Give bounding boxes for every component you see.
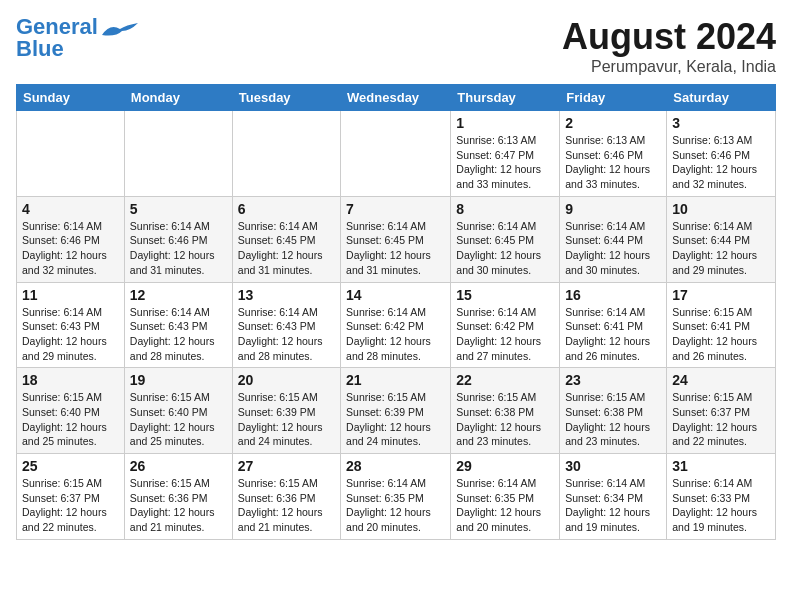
calendar-cell: 21Sunrise: 6:15 AM Sunset: 6:39 PM Dayli… bbox=[341, 368, 451, 454]
calendar-cell bbox=[232, 111, 340, 197]
calendar-table: SundayMondayTuesdayWednesdayThursdayFrid… bbox=[16, 84, 776, 540]
calendar-cell: 4Sunrise: 6:14 AM Sunset: 6:46 PM Daylig… bbox=[17, 196, 125, 282]
calendar-cell: 30Sunrise: 6:14 AM Sunset: 6:34 PM Dayli… bbox=[560, 454, 667, 540]
day-detail: Sunrise: 6:14 AM Sunset: 6:46 PM Dayligh… bbox=[130, 219, 227, 278]
day-detail: Sunrise: 6:15 AM Sunset: 6:39 PM Dayligh… bbox=[346, 390, 445, 449]
day-number: 28 bbox=[346, 458, 445, 474]
day-detail: Sunrise: 6:15 AM Sunset: 6:37 PM Dayligh… bbox=[22, 476, 119, 535]
calendar-week-row: 11Sunrise: 6:14 AM Sunset: 6:43 PM Dayli… bbox=[17, 282, 776, 368]
calendar-cell: 17Sunrise: 6:15 AM Sunset: 6:41 PM Dayli… bbox=[667, 282, 776, 368]
calendar-cell: 14Sunrise: 6:14 AM Sunset: 6:42 PM Dayli… bbox=[341, 282, 451, 368]
day-number: 3 bbox=[672, 115, 770, 131]
day-number: 24 bbox=[672, 372, 770, 388]
day-detail: Sunrise: 6:14 AM Sunset: 6:45 PM Dayligh… bbox=[346, 219, 445, 278]
day-detail: Sunrise: 6:14 AM Sunset: 6:45 PM Dayligh… bbox=[238, 219, 335, 278]
calendar-cell: 24Sunrise: 6:15 AM Sunset: 6:37 PM Dayli… bbox=[667, 368, 776, 454]
calendar-week-row: 25Sunrise: 6:15 AM Sunset: 6:37 PM Dayli… bbox=[17, 454, 776, 540]
day-detail: Sunrise: 6:14 AM Sunset: 6:42 PM Dayligh… bbox=[346, 305, 445, 364]
calendar-week-row: 4Sunrise: 6:14 AM Sunset: 6:46 PM Daylig… bbox=[17, 196, 776, 282]
calendar-cell: 2Sunrise: 6:13 AM Sunset: 6:46 PM Daylig… bbox=[560, 111, 667, 197]
day-number: 30 bbox=[565, 458, 661, 474]
day-number: 21 bbox=[346, 372, 445, 388]
calendar-cell bbox=[341, 111, 451, 197]
day-number: 29 bbox=[456, 458, 554, 474]
calendar-week-row: 1Sunrise: 6:13 AM Sunset: 6:47 PM Daylig… bbox=[17, 111, 776, 197]
day-number: 10 bbox=[672, 201, 770, 217]
day-number: 25 bbox=[22, 458, 119, 474]
calendar-cell: 18Sunrise: 6:15 AM Sunset: 6:40 PM Dayli… bbox=[17, 368, 125, 454]
day-number: 31 bbox=[672, 458, 770, 474]
day-detail: Sunrise: 6:15 AM Sunset: 6:38 PM Dayligh… bbox=[565, 390, 661, 449]
subtitle: Perumpavur, Kerala, India bbox=[562, 58, 776, 76]
day-number: 20 bbox=[238, 372, 335, 388]
calendar-cell: 5Sunrise: 6:14 AM Sunset: 6:46 PM Daylig… bbox=[124, 196, 232, 282]
day-detail: Sunrise: 6:15 AM Sunset: 6:40 PM Dayligh… bbox=[22, 390, 119, 449]
logo-bird-icon bbox=[102, 23, 138, 43]
day-detail: Sunrise: 6:15 AM Sunset: 6:36 PM Dayligh… bbox=[130, 476, 227, 535]
calendar-cell: 23Sunrise: 6:15 AM Sunset: 6:38 PM Dayli… bbox=[560, 368, 667, 454]
day-detail: Sunrise: 6:14 AM Sunset: 6:45 PM Dayligh… bbox=[456, 219, 554, 278]
calendar-cell: 1Sunrise: 6:13 AM Sunset: 6:47 PM Daylig… bbox=[451, 111, 560, 197]
day-detail: Sunrise: 6:15 AM Sunset: 6:37 PM Dayligh… bbox=[672, 390, 770, 449]
calendar-cell: 9Sunrise: 6:14 AM Sunset: 6:44 PM Daylig… bbox=[560, 196, 667, 282]
day-detail: Sunrise: 6:15 AM Sunset: 6:38 PM Dayligh… bbox=[456, 390, 554, 449]
day-number: 8 bbox=[456, 201, 554, 217]
calendar-cell: 19Sunrise: 6:15 AM Sunset: 6:40 PM Dayli… bbox=[124, 368, 232, 454]
calendar-cell: 11Sunrise: 6:14 AM Sunset: 6:43 PM Dayli… bbox=[17, 282, 125, 368]
calendar-cell bbox=[17, 111, 125, 197]
logo: GeneralBlue bbox=[16, 16, 138, 60]
day-number: 13 bbox=[238, 287, 335, 303]
day-detail: Sunrise: 6:13 AM Sunset: 6:47 PM Dayligh… bbox=[456, 133, 554, 192]
day-detail: Sunrise: 6:15 AM Sunset: 6:40 PM Dayligh… bbox=[130, 390, 227, 449]
day-detail: Sunrise: 6:13 AM Sunset: 6:46 PM Dayligh… bbox=[672, 133, 770, 192]
day-detail: Sunrise: 6:15 AM Sunset: 6:36 PM Dayligh… bbox=[238, 476, 335, 535]
calendar-day-header: Wednesday bbox=[341, 85, 451, 111]
calendar-day-header: Thursday bbox=[451, 85, 560, 111]
day-detail: Sunrise: 6:14 AM Sunset: 6:44 PM Dayligh… bbox=[565, 219, 661, 278]
day-number: 27 bbox=[238, 458, 335, 474]
title-area: August 2024 Perumpavur, Kerala, India bbox=[562, 16, 776, 76]
calendar-cell: 12Sunrise: 6:14 AM Sunset: 6:43 PM Dayli… bbox=[124, 282, 232, 368]
calendar-cell: 15Sunrise: 6:14 AM Sunset: 6:42 PM Dayli… bbox=[451, 282, 560, 368]
day-number: 11 bbox=[22, 287, 119, 303]
day-number: 16 bbox=[565, 287, 661, 303]
calendar-cell: 20Sunrise: 6:15 AM Sunset: 6:39 PM Dayli… bbox=[232, 368, 340, 454]
day-number: 19 bbox=[130, 372, 227, 388]
calendar-body: 1Sunrise: 6:13 AM Sunset: 6:47 PM Daylig… bbox=[17, 111, 776, 540]
calendar-cell: 10Sunrise: 6:14 AM Sunset: 6:44 PM Dayli… bbox=[667, 196, 776, 282]
day-number: 2 bbox=[565, 115, 661, 131]
day-number: 15 bbox=[456, 287, 554, 303]
calendar-cell bbox=[124, 111, 232, 197]
day-number: 12 bbox=[130, 287, 227, 303]
day-detail: Sunrise: 6:14 AM Sunset: 6:33 PM Dayligh… bbox=[672, 476, 770, 535]
day-number: 1 bbox=[456, 115, 554, 131]
page-header: GeneralBlue August 2024 Perumpavur, Kera… bbox=[16, 16, 776, 76]
day-number: 22 bbox=[456, 372, 554, 388]
day-number: 17 bbox=[672, 287, 770, 303]
calendar-cell: 31Sunrise: 6:14 AM Sunset: 6:33 PM Dayli… bbox=[667, 454, 776, 540]
calendar-cell: 3Sunrise: 6:13 AM Sunset: 6:46 PM Daylig… bbox=[667, 111, 776, 197]
day-number: 4 bbox=[22, 201, 119, 217]
calendar-week-row: 18Sunrise: 6:15 AM Sunset: 6:40 PM Dayli… bbox=[17, 368, 776, 454]
calendar-cell: 25Sunrise: 6:15 AM Sunset: 6:37 PM Dayli… bbox=[17, 454, 125, 540]
day-detail: Sunrise: 6:14 AM Sunset: 6:43 PM Dayligh… bbox=[238, 305, 335, 364]
day-detail: Sunrise: 6:14 AM Sunset: 6:41 PM Dayligh… bbox=[565, 305, 661, 364]
calendar-day-header: Tuesday bbox=[232, 85, 340, 111]
logo-text: GeneralBlue bbox=[16, 16, 98, 60]
day-number: 14 bbox=[346, 287, 445, 303]
day-detail: Sunrise: 6:14 AM Sunset: 6:44 PM Dayligh… bbox=[672, 219, 770, 278]
calendar-cell: 6Sunrise: 6:14 AM Sunset: 6:45 PM Daylig… bbox=[232, 196, 340, 282]
day-detail: Sunrise: 6:14 AM Sunset: 6:43 PM Dayligh… bbox=[130, 305, 227, 364]
calendar-cell: 27Sunrise: 6:15 AM Sunset: 6:36 PM Dayli… bbox=[232, 454, 340, 540]
calendar-cell: 29Sunrise: 6:14 AM Sunset: 6:35 PM Dayli… bbox=[451, 454, 560, 540]
day-detail: Sunrise: 6:14 AM Sunset: 6:35 PM Dayligh… bbox=[456, 476, 554, 535]
calendar-cell: 22Sunrise: 6:15 AM Sunset: 6:38 PM Dayli… bbox=[451, 368, 560, 454]
day-number: 18 bbox=[22, 372, 119, 388]
calendar-day-header: Friday bbox=[560, 85, 667, 111]
calendar-cell: 16Sunrise: 6:14 AM Sunset: 6:41 PM Dayli… bbox=[560, 282, 667, 368]
calendar-cell: 7Sunrise: 6:14 AM Sunset: 6:45 PM Daylig… bbox=[341, 196, 451, 282]
day-number: 7 bbox=[346, 201, 445, 217]
day-detail: Sunrise: 6:14 AM Sunset: 6:35 PM Dayligh… bbox=[346, 476, 445, 535]
day-detail: Sunrise: 6:14 AM Sunset: 6:43 PM Dayligh… bbox=[22, 305, 119, 364]
calendar-cell: 13Sunrise: 6:14 AM Sunset: 6:43 PM Dayli… bbox=[232, 282, 340, 368]
